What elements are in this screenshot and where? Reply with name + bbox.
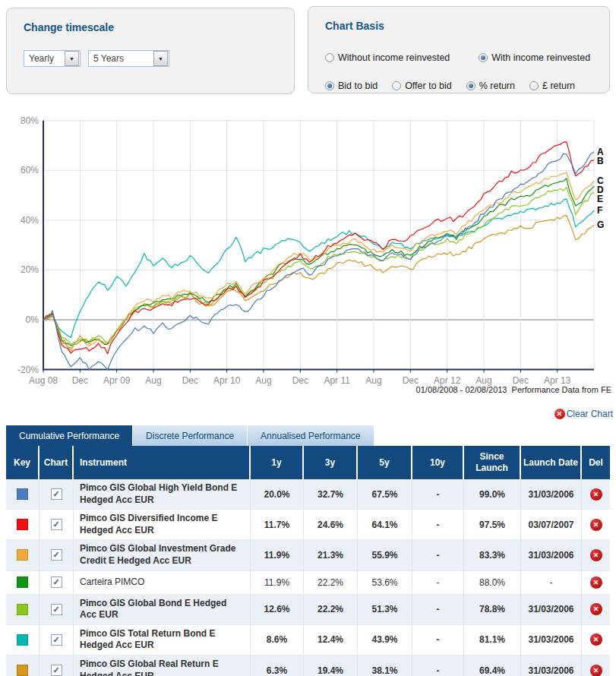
radio-icon[interactable] <box>325 53 334 62</box>
radio-label: With income reinvested <box>491 52 590 63</box>
clear-chart-label: Clear Chart <box>567 409 613 419</box>
instrument-name: Pimco GIS Total Return Bond E Hedged Acc… <box>74 625 251 655</box>
chart-cell: ✓ <box>39 595 74 624</box>
series-line-C[interactable] <box>43 172 594 352</box>
value-5y: 53.6% <box>358 571 412 594</box>
value-3y: 12.4% <box>304 625 358 655</box>
delete-button[interactable]: ✕ <box>590 488 602 501</box>
x-axis-label: Aug <box>365 375 381 386</box>
value-since-launch: 78.8% <box>464 595 521 624</box>
del-cell: ✕ <box>582 595 610 624</box>
series-line-D[interactable] <box>43 178 594 346</box>
chart-gridlines: 80%60%40%20%0%-20% <box>17 115 594 375</box>
chart-checkbox[interactable]: ✓ <box>51 576 62 588</box>
key-color-swatch <box>17 634 28 646</box>
chart-basis-panel: Chart Basis Without income reinvestedWit… <box>308 6 610 93</box>
value-5y: 51.3% <box>358 595 412 624</box>
delete-button[interactable]: ✕ <box>590 603 602 615</box>
series-line-F[interactable] <box>43 199 594 338</box>
instrument-name: Pimco GIS Global Investment Grade Credit… <box>74 540 251 570</box>
value-3y: 24.6% <box>304 510 358 539</box>
tab-annualised-performance[interactable]: Annualised Performance <box>248 425 374 446</box>
delete-button[interactable]: ✕ <box>590 549 602 561</box>
radio-icon[interactable] <box>466 81 475 90</box>
radio-label: Without income reinvested <box>338 52 450 63</box>
value-3y: 19.4% <box>304 655 358 676</box>
value-since-launch: 81.1% <box>464 625 521 655</box>
value-3y: 22.2% <box>304 595 358 624</box>
table-row-G: ✓Pimco GIS Global Real Return E Hedged A… <box>6 655 610 676</box>
table-body: ✓Pimco GIS Global High Yield Bond E Hedg… <box>6 479 610 676</box>
tab-cumulative-performance[interactable]: Cumulative Performance <box>6 425 133 446</box>
performance-chart: 80%60%40%20%0%-20%Aug 08DecApr 09AugDecA… <box>0 109 616 397</box>
chevron-down-icon[interactable]: ▼ <box>153 51 168 66</box>
radio-icon[interactable] <box>529 81 539 90</box>
tab-discrete-performance[interactable]: Discrete Performance <box>133 425 248 446</box>
delete-button[interactable]: ✕ <box>590 519 602 531</box>
radio-icon[interactable] <box>392 81 401 90</box>
col-header-key: Key <box>6 446 39 479</box>
value-10y: - <box>412 479 464 509</box>
delete-button[interactable]: ✕ <box>590 576 602 589</box>
del-cell: ✕ <box>582 540 610 570</box>
chart-axes: Aug 08DecApr 09AugDecApr 10AugDecApr 11A… <box>29 121 594 386</box>
value-5y: 43.9% <box>358 625 412 655</box>
chart-checkbox[interactable]: ✓ <box>51 634 62 646</box>
chart-checkbox[interactable]: ✓ <box>51 604 62 615</box>
col-header-since-launch: Since Launch <box>464 446 521 479</box>
series-letter-B: B <box>597 156 604 166</box>
launch-date: 31/03/2006 <box>521 540 582 570</box>
value-1y: 12.6% <box>251 595 304 624</box>
radio-icon[interactable] <box>325 81 334 90</box>
radio-icon[interactable] <box>479 53 488 62</box>
chart-checkbox[interactable]: ✓ <box>51 488 62 500</box>
clear-chart-button[interactable]: ✕ Clear Chart <box>554 409 613 419</box>
instrument-name: Pimco GIS Diversified Income E Hedged Ac… <box>74 510 251 539</box>
chart-checkbox[interactable]: ✓ <box>51 549 62 561</box>
chart-basis-row-2: Bid to bidOffer to bid% return£ return <box>325 81 575 91</box>
col-header-3y: 3y <box>304 446 358 479</box>
x-axis-label: Dec <box>403 375 419 386</box>
value-1y: 11.7% <box>251 510 304 539</box>
clear-chart-icon[interactable]: ✕ <box>554 409 565 419</box>
value-since-launch: 69.4% <box>464 655 521 676</box>
instrument-name: Pimco GIS Global Real Return E Hedged Ac… <box>74 655 251 676</box>
series-letter-labels: ABCDEFG <box>597 147 604 230</box>
chart-checkbox[interactable]: ✓ <box>51 665 62 676</box>
y-axis-label: 40% <box>21 215 39 226</box>
value-since-launch: 99.0% <box>464 479 521 509</box>
period-select-value: 5 Years <box>89 53 153 64</box>
x-axis-label: Apr 12 <box>434 375 461 386</box>
key-color-swatch <box>17 488 28 500</box>
series-line-G[interactable] <box>43 216 594 349</box>
series-letter-F: F <box>597 205 602 216</box>
chart-caption: 01/08/2008 - 02/08/2013 Performance Data… <box>414 385 611 394</box>
delete-button[interactable]: ✕ <box>590 665 602 676</box>
chart-cell: ✓ <box>39 510 74 539</box>
value-10y: - <box>412 595 464 624</box>
y-axis-label: 0% <box>26 314 39 325</box>
chevron-down-icon[interactable]: ▼ <box>65 51 79 66</box>
launch-date: - <box>521 571 582 594</box>
table-row-E: ✓Pimco GIS Global Bond E Hedged Acc EUR1… <box>6 595 610 625</box>
period-select[interactable]: 5 Years ▼ <box>88 50 169 67</box>
value-1y: 6.3% <box>251 655 304 676</box>
radio-bid-to-bid[interactable]: Bid to bid <box>325 81 377 91</box>
del-cell: ✕ <box>582 571 610 594</box>
radio-without-income-reinvested[interactable]: Without income reinvested <box>325 52 450 63</box>
value-3y: 32.7% <box>304 479 358 509</box>
radio-return[interactable]: % return <box>466 81 515 91</box>
delete-button[interactable]: ✕ <box>590 633 602 646</box>
frequency-select[interactable]: Yearly ▼ <box>24 50 81 67</box>
series-line-A[interactable] <box>43 152 594 370</box>
del-cell: ✕ <box>582 510 610 539</box>
radio-offer-to-bid[interactable]: Offer to bid <box>392 81 452 91</box>
launch-date: 31/03/2006 <box>521 625 582 655</box>
radio-with-income-reinvested[interactable]: With income reinvested <box>479 52 590 63</box>
value-since-launch: 88.0% <box>464 571 521 594</box>
x-axis-label: Dec <box>72 375 88 386</box>
series-line-B[interactable] <box>43 142 594 354</box>
chart-checkbox[interactable]: ✓ <box>51 519 62 530</box>
chart-series-lines <box>43 142 594 370</box>
radio-return[interactable]: £ return <box>529 81 575 91</box>
